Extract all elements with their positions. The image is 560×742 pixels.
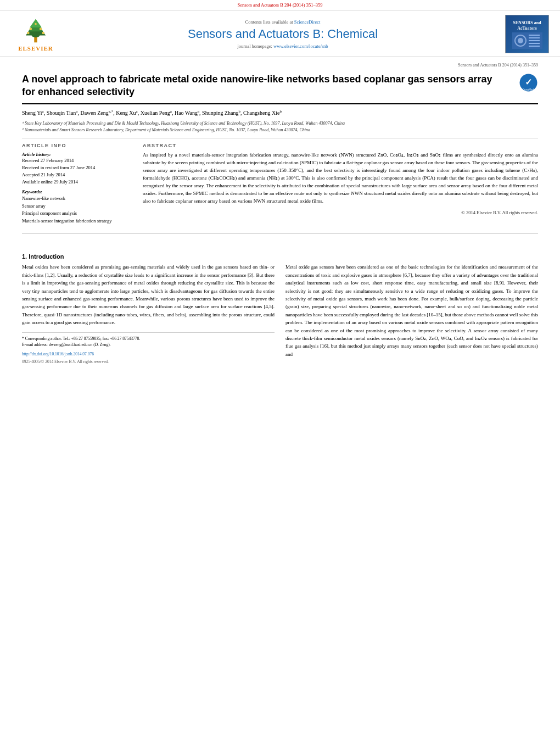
issn-line: 0925-4005/© 2014 Elsevier B.V. All right… — [22, 359, 275, 365]
main-body: 1. Introduction Metal oxides have been c… — [0, 244, 560, 371]
journal-title: Sensors and Actuators B: Chemical — [60, 27, 505, 41]
elsevier-logo: ELSEVIER — [11, 16, 60, 52]
sensors-actuators-logo: SENSORS and AcTuators — [505, 15, 549, 53]
affiliation-b: ᵇ Nanomaterials and Smart Sensors Resear… — [22, 127, 538, 133]
homepage-url[interactable]: www.elsevier.com/locate/snb — [273, 43, 328, 49]
sensors-logo-line1: SENSORS and — [513, 20, 541, 26]
intro-right-para1: Metal oxide gas sensors have been consid… — [285, 263, 538, 358]
abstract-text: As inspired by a novel materials-sensor … — [143, 152, 538, 205]
keyword-1: Nanowire-like network — [22, 195, 132, 203]
affiliations: ᵃ State Key Laboratory of Materials Proc… — [22, 120, 538, 133]
article-history: Article history: Received 27 February 20… — [22, 152, 132, 185]
accepted-date: Accepted 21 July 2014 — [22, 172, 132, 177]
elsevier-tree-icon — [19, 16, 52, 44]
copyright: © 2014 Elsevier B.V. All rights reserved… — [143, 210, 538, 215]
intro-left-col: Metal oxides have been considered as pro… — [22, 263, 275, 365]
footnotes: * Corresponding author. Tel.: +86 27 875… — [22, 332, 275, 348]
article-doi-line: Sensors and Actuators B 204 (2014) 351–3… — [22, 63, 538, 68]
affiliation-a: ᵃ State Key Laboratory of Materials Proc… — [22, 120, 538, 127]
authors: Sheng Yia, Shouqin Tiana, Dawen Zenga,*,… — [22, 109, 538, 117]
article-title-section: A novel approach to fabricate metal oxid… — [22, 73, 538, 104]
elsevier-label: ELSEVIER — [18, 45, 53, 52]
sensors-logo-line2: AcTuators — [513, 26, 541, 31]
contents-line: Contents lists available at ScienceDirec… — [60, 19, 505, 25]
svg-point-12 — [518, 38, 523, 43]
journal-citation: Sensors and Actuators B 204 (2014) 351–3… — [60, 2, 500, 8]
sensors-logo-image — [512, 32, 542, 49]
crossmark-icon: ✓ CrossMark — [519, 73, 538, 92]
article-content: Sensors and Actuators B 204 (2014) 351–3… — [0, 57, 560, 244]
svg-point-6 — [40, 27, 42, 30]
article-info-column: ARTICLE INFO Article history: Received 2… — [22, 143, 132, 229]
journal-banner: ELSEVIER Contents lists available at Sci… — [0, 10, 560, 57]
intro-body: Metal oxides have been considered as pro… — [22, 263, 538, 365]
abstract-column: ABSTRACT As inspired by a novel material… — [143, 143, 538, 229]
keywords-list: Nanowire-like network Sensor array Princ… — [22, 195, 132, 225]
header-top: Sensors and Actuators B 204 (2014) 351–3… — [0, 0, 560, 10]
article-info-title: ARTICLE INFO — [22, 143, 132, 148]
journal-title-block: Contents lists available at ScienceDirec… — [60, 19, 505, 49]
authors-text: Sheng Yia, Shouqin Tiana, Dawen Zenga,*,… — [22, 110, 282, 116]
intro-section-title: 1. Introduction — [22, 253, 538, 260]
divider-2 — [22, 233, 538, 234]
svg-point-7 — [27, 32, 30, 35]
journal-homepage: journal homepage: www.elsevier.com/locat… — [60, 43, 505, 49]
keywords-label: Keywords: — [22, 189, 132, 194]
doi-line: http://dx.doi.org/10.1016/j.snb.2014.07.… — [22, 351, 275, 358]
keyword-4: Materials-sensor integration fabrication… — [22, 217, 132, 225]
intro-left-para1: Metal oxides have been considered as pro… — [22, 263, 275, 326]
svg-text:CrossMark: CrossMark — [523, 88, 535, 91]
abstract-title: ABSTRACT — [143, 143, 538, 148]
keywords-section: Keywords: Nanowire-like network Sensor a… — [22, 189, 132, 225]
svg-point-9 — [35, 23, 37, 25]
received-date: Received 27 February 2014 — [22, 158, 132, 163]
svg-point-8 — [42, 32, 44, 35]
email-address: E-mail address: dwzeng@mail.hust.edu.cn … — [22, 342, 275, 348]
keyword-3: Principal component analysis — [22, 210, 132, 217]
svg-point-5 — [30, 27, 32, 30]
svg-text:✓: ✓ — [525, 77, 532, 87]
available-date: Available online 29 July 2014 — [22, 179, 132, 185]
intro-right-col: Metal oxide gas sensors have been consid… — [285, 263, 538, 365]
page: Sensors and Actuators B 204 (2014) 351–3… — [0, 0, 560, 742]
history-label: Article history: — [22, 152, 132, 157]
journal-url: Sensors and Actuators B 204 (2014) 351–3… — [238, 2, 323, 8]
received-revised-date: Received in revised form 27 June 2014 — [22, 165, 132, 170]
divider-1 — [22, 138, 538, 138]
sciencedirect-link[interactable]: ScienceDirect — [294, 19, 321, 25]
article-title: A novel approach to fabricate metal oxid… — [22, 73, 519, 99]
article-info-abstract: ARTICLE INFO Article history: Received 2… — [22, 143, 538, 229]
keyword-2: Sensor array — [22, 203, 132, 210]
corresponding-author: * Corresponding author. Tel.: +86 27 875… — [22, 336, 275, 342]
